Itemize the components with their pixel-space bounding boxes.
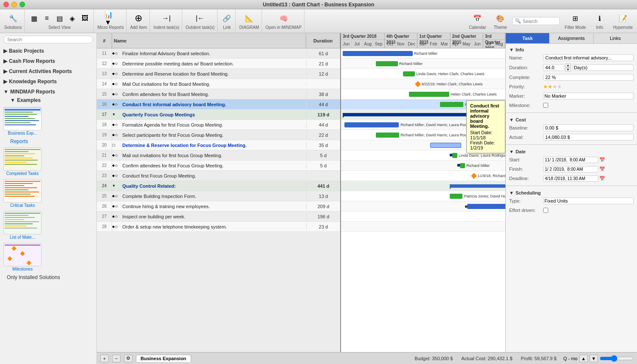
list-of-mate-thumb[interactable]: List of Mate... xyxy=(3,211,42,240)
add-item-icon[interactable]: ⊕ xyxy=(132,12,144,24)
table-row[interactable]: 21 ◆◇ Mail out invitations for first foc… xyxy=(97,150,340,161)
type-select[interactable]: Fixed Units xyxy=(543,198,634,204)
table-row[interactable]: 15 ◆◇ Confirm attendees for first Board … xyxy=(97,89,340,99)
start-input[interactable] xyxy=(543,157,598,163)
critical-tasks-label[interactable]: Critical Tasks xyxy=(10,203,35,208)
sidebar-search-input[interactable] xyxy=(3,36,93,43)
bar-row-13[interactable]: Linda Davis; Helen Clark; Charles Lewis xyxy=(341,69,505,79)
maximize-button[interactable] xyxy=(20,2,25,7)
view-icon-3[interactable]: ▤ xyxy=(54,12,65,24)
star-3[interactable]: ★ xyxy=(552,84,557,90)
table-row[interactable]: 14 ◆◇ Mail Out invitations for first Boa… xyxy=(97,79,340,89)
current-activities-header[interactable]: ▶ Current Activities Reports xyxy=(0,67,96,76)
milestone-checkbox[interactable] xyxy=(543,103,548,108)
business-exp-label[interactable]: Business Exp... xyxy=(8,131,37,135)
mindmap-icon[interactable]: 🧠 xyxy=(278,12,290,24)
reports-sidebar-item[interactable]: Reports xyxy=(0,137,96,146)
actual-input[interactable] xyxy=(543,134,634,141)
link-icon[interactable]: 🔗 xyxy=(221,12,233,24)
theme-icon[interactable]: 🎨 xyxy=(494,12,506,24)
tab-links[interactable]: Links xyxy=(594,33,637,43)
bar-row-11[interactable]: Richard Miller xyxy=(341,48,505,59)
calendar-icon[interactable]: 📅 xyxy=(471,12,483,24)
critical-tasks-thumb[interactable]: Critical Tasks xyxy=(3,179,42,208)
table-row[interactable]: 18 ◆◇ Formalize Agenda for first Focus G… xyxy=(97,120,340,130)
knowledge-reports-header[interactable]: ▶ Knowledge Reports xyxy=(0,77,96,86)
bar-row-16-selected[interactable]: Helen Clark; Charles Lewis Conduct first… xyxy=(341,99,505,110)
table-row-group[interactable]: 24 ▼ Quality Control Related: 441 d xyxy=(97,181,340,191)
date-section-header[interactable]: ▼ Date xyxy=(509,147,634,155)
bar-row-12[interactable]: Richard Miller xyxy=(341,59,505,69)
scheduling-section-header[interactable]: ▼ Scheduling xyxy=(509,189,634,196)
cost-section-header[interactable]: ▼ Cost xyxy=(509,116,634,123)
bar-row-20[interactable] xyxy=(341,140,505,150)
zoom-slider[interactable] xyxy=(600,356,634,361)
mindmap-reports-header[interactable]: ▼ MINDMAP Reports xyxy=(0,87,96,96)
bar-row-21[interactable]: Linda Davis; Laura Rodriguez; Helen Clar… xyxy=(341,150,505,161)
deadline-calendar-icon[interactable]: 📅 xyxy=(599,176,605,181)
view-icon-2[interactable]: ≡ xyxy=(41,12,53,24)
info-section-header[interactable]: ▼ Info xyxy=(509,45,634,53)
bar-row-23[interactable]: 11/9/18; Richard Miller; James Smith; Jo… xyxy=(341,171,505,181)
minimize-button[interactable] xyxy=(11,2,17,7)
duration-input[interactable] xyxy=(543,64,564,71)
table-row[interactable]: 28 ◆◇ Order & setup new telephone timeke… xyxy=(97,222,340,232)
table-row[interactable]: 27 ◆◇ Inspect one building per week. 196… xyxy=(97,212,340,222)
indent-icon[interactable]: →| xyxy=(161,12,172,24)
star-1[interactable]: ★ xyxy=(543,84,548,90)
micro-reports-icon[interactable]: 📊▼ xyxy=(104,12,116,24)
star-2[interactable]: ★ xyxy=(548,84,552,90)
remove-row-button[interactable]: − xyxy=(112,355,121,362)
view-icon-1[interactable]: ▦ xyxy=(28,12,40,24)
solutions-icon[interactable]: 🔧 xyxy=(7,12,19,24)
business-exp-thumb[interactable]: Business Exp... xyxy=(3,107,42,135)
deadline-input[interactable] xyxy=(543,175,598,182)
tab-assignments[interactable]: Assignments xyxy=(550,33,593,43)
bar-row-18[interactable]: Richard Miller; David Harris; Laura Rodr… xyxy=(341,120,505,130)
zoom-in-button[interactable]: ▲ xyxy=(579,355,588,362)
only-installed-item[interactable]: Only Installed Solutions xyxy=(0,273,96,282)
view-icon-5[interactable]: 🖼 xyxy=(79,12,91,24)
search-box[interactable]: 🔍 xyxy=(512,17,560,25)
diagram-icon[interactable]: 📐 xyxy=(243,12,255,24)
table-row-selected[interactable]: 16 ◆◇ Conduct first informal advisory bo… xyxy=(97,99,340,110)
hypernote-icon[interactable]: 📝 xyxy=(617,12,629,24)
table-row[interactable]: 23 ◆◇ Conduct first Focus Group Meeting. xyxy=(97,171,340,181)
star-4[interactable]: ★ xyxy=(557,84,562,90)
milestones-label[interactable]: Milestones xyxy=(12,267,33,271)
duration-unit-select[interactable]: Day(s) xyxy=(572,64,634,71)
table-row[interactable]: 11 ◆◇ Finalize Informal Advisory Board s… xyxy=(97,48,340,59)
duration-down[interactable]: ▼ xyxy=(565,68,571,72)
search-input[interactable] xyxy=(523,19,557,24)
completed-tasks-thumb[interactable]: Completed Tasks xyxy=(3,147,42,176)
bar-row-25[interactable]: Patricia Jones; David Harris; Nancy Garc… xyxy=(341,191,505,201)
view-icon-4[interactable]: ◈ xyxy=(66,12,78,24)
zoom-out-button[interactable]: ▼ xyxy=(589,355,598,362)
outdent-icon[interactable]: |← xyxy=(194,12,206,24)
bar-row-24-group[interactable] xyxy=(341,181,505,191)
examples-header[interactable]: ▼ Examples xyxy=(0,96,96,104)
baseline-input[interactable] xyxy=(543,124,634,131)
finish-calendar-icon[interactable]: 📅 xyxy=(599,166,605,172)
table-row-group[interactable]: 17 ▼ Quarterly Focus Group Meetings 119 … xyxy=(97,110,340,120)
table-row[interactable]: 12 ◆◇ Determine possible meeting dates w… xyxy=(97,59,340,69)
table-row[interactable]: 22 ◆◇ Confirm attendees for first Focus … xyxy=(97,161,340,171)
bar-row-22[interactable]: Richard Miller xyxy=(341,161,505,171)
table-row[interactable]: 20 ▢ Determine & Reserve location for Fo… xyxy=(97,140,340,150)
business-expansion-tab[interactable]: Business Expansion xyxy=(136,355,191,362)
bar-row-28[interactable] xyxy=(341,222,505,232)
bar-row-15[interactable]: Helen Clark; Charles Lewis xyxy=(341,89,505,99)
start-calendar-icon[interactable]: 📅 xyxy=(599,157,605,163)
basic-projects-header[interactable]: ▶ Basic Projects xyxy=(0,47,96,55)
bar-row-19[interactable]: Richard Miller; David Harris; Laura Rodr… xyxy=(341,130,505,140)
marker-select[interactable]: No Marker xyxy=(543,93,634,99)
duration-up[interactable]: ▲ xyxy=(565,63,571,68)
tab-task[interactable]: Task xyxy=(506,33,550,43)
cash-flow-header[interactable]: ▶ Cash Flow Reports xyxy=(0,57,96,65)
table-row[interactable]: 19 ◆◇ Select participants for first Focu… xyxy=(97,130,340,140)
effort-driven-checkbox[interactable] xyxy=(543,208,548,213)
table-row[interactable]: 26 ◆◇ Continue hiring & training new emp… xyxy=(97,201,340,212)
add-row-button[interactable]: + xyxy=(100,355,109,362)
name-input[interactable] xyxy=(543,54,634,61)
close-button[interactable] xyxy=(3,2,9,7)
